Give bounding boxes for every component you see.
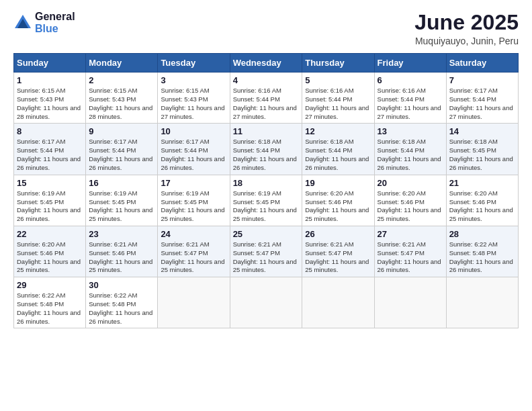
calendar-cell: 28Sunrise: 6:22 AM Sunset: 5:48 PM Dayli… — [446, 226, 518, 277]
day-number: 12 — [305, 126, 371, 136]
day-number: 16 — [89, 178, 154, 188]
calendar-cell: 4Sunrise: 6:16 AM Sunset: 5:44 PM Daylig… — [230, 73, 302, 124]
day-number: 2 — [89, 75, 154, 85]
day-info: Sunrise: 6:20 AM Sunset: 5:46 PM Dayligh… — [305, 189, 371, 224]
day-number: 26 — [305, 229, 371, 239]
day-info: Sunrise: 6:17 AM Sunset: 5:44 PM Dayligh… — [161, 138, 226, 172]
header: General Blue June 2025 Muquiyauyo, Junin… — [13, 11, 519, 46]
calendar-title: June 2025 — [414, 11, 519, 34]
day-info: Sunrise: 6:20 AM Sunset: 5:46 PM Dayligh… — [378, 189, 443, 224]
calendar-cell: 30Sunrise: 6:22 AM Sunset: 5:48 PM Dayli… — [86, 277, 158, 328]
day-info: Sunrise: 6:19 AM Sunset: 5:45 PM Dayligh… — [233, 189, 300, 224]
header-day-tuesday: Tuesday — [158, 54, 230, 73]
day-info: Sunrise: 6:16 AM Sunset: 5:44 PM Dayligh… — [305, 87, 371, 121]
day-info: Sunrise: 6:18 AM Sunset: 5:44 PM Dayligh… — [233, 138, 300, 172]
calendar-cell: 18Sunrise: 6:19 AM Sunset: 5:45 PM Dayli… — [230, 175, 302, 226]
day-info: Sunrise: 6:20 AM Sunset: 5:46 PM Dayligh… — [449, 189, 515, 224]
day-number: 7 — [449, 75, 515, 85]
day-number: 13 — [378, 126, 443, 136]
day-info: Sunrise: 6:18 AM Sunset: 5:45 PM Dayligh… — [449, 138, 515, 172]
day-number: 9 — [89, 126, 154, 136]
calendar-cell — [302, 277, 374, 328]
calendar-cell — [230, 277, 302, 328]
calendar-week-row: 22Sunrise: 6:20 AM Sunset: 5:46 PM Dayli… — [14, 226, 519, 277]
calendar-subtitle: Muquiyauyo, Junin, Peru — [414, 36, 519, 46]
day-info: Sunrise: 6:21 AM Sunset: 5:47 PM Dayligh… — [233, 240, 300, 275]
day-number: 3 — [161, 75, 226, 85]
calendar-cell: 11Sunrise: 6:18 AM Sunset: 5:44 PM Dayli… — [230, 124, 302, 175]
logo-general: General — [35, 11, 75, 22]
day-number: 18 — [233, 178, 300, 188]
page: General Blue June 2025 Muquiyauyo, Junin… — [0, 0, 532, 411]
title-block: June 2025 Muquiyauyo, Junin, Peru — [414, 11, 519, 46]
day-number: 25 — [233, 229, 300, 239]
calendar-cell — [374, 277, 446, 328]
calendar-cell: 23Sunrise: 6:21 AM Sunset: 5:46 PM Dayli… — [86, 226, 158, 277]
day-info: Sunrise: 6:17 AM Sunset: 5:44 PM Dayligh… — [89, 138, 154, 172]
calendar-week-row: 8Sunrise: 6:17 AM Sunset: 5:44 PM Daylig… — [14, 124, 519, 175]
calendar-cell: 10Sunrise: 6:17 AM Sunset: 5:44 PM Dayli… — [158, 124, 230, 175]
day-info: Sunrise: 6:18 AM Sunset: 5:44 PM Dayligh… — [378, 138, 443, 172]
calendar-cell: 27Sunrise: 6:21 AM Sunset: 5:47 PM Dayli… — [374, 226, 446, 277]
day-info: Sunrise: 6:20 AM Sunset: 5:46 PM Dayligh… — [17, 240, 83, 275]
day-info: Sunrise: 6:16 AM Sunset: 5:44 PM Dayligh… — [233, 87, 300, 121]
day-number: 11 — [233, 126, 300, 136]
calendar-week-row: 1Sunrise: 6:15 AM Sunset: 5:43 PM Daylig… — [14, 73, 519, 124]
day-info: Sunrise: 6:21 AM Sunset: 5:47 PM Dayligh… — [305, 240, 371, 275]
day-info: Sunrise: 6:17 AM Sunset: 5:44 PM Dayligh… — [449, 87, 515, 121]
calendar-cell: 24Sunrise: 6:21 AM Sunset: 5:47 PM Dayli… — [158, 226, 230, 277]
day-info: Sunrise: 6:22 AM Sunset: 5:48 PM Dayligh… — [89, 291, 154, 326]
day-info: Sunrise: 6:21 AM Sunset: 5:47 PM Dayligh… — [378, 240, 443, 275]
day-info: Sunrise: 6:15 AM Sunset: 5:43 PM Dayligh… — [17, 87, 83, 121]
calendar-cell: 12Sunrise: 6:18 AM Sunset: 5:44 PM Dayli… — [302, 124, 374, 175]
calendar-cell — [446, 277, 518, 328]
calendar-cell: 14Sunrise: 6:18 AM Sunset: 5:45 PM Dayli… — [446, 124, 518, 175]
calendar-table: SundayMondayTuesdayWednesdayThursdayFrid… — [13, 53, 519, 328]
day-info: Sunrise: 6:22 AM Sunset: 5:48 PM Dayligh… — [449, 240, 515, 275]
calendar-cell: 5Sunrise: 6:16 AM Sunset: 5:44 PM Daylig… — [302, 73, 374, 124]
calendar-cell: 19Sunrise: 6:20 AM Sunset: 5:46 PM Dayli… — [302, 175, 374, 226]
day-number: 21 — [449, 178, 515, 188]
calendar-header-row: SundayMondayTuesdayWednesdayThursdayFrid… — [14, 54, 519, 73]
day-number: 17 — [161, 178, 226, 188]
day-number: 20 — [378, 178, 443, 188]
day-number: 29 — [17, 280, 83, 290]
calendar-cell: 9Sunrise: 6:17 AM Sunset: 5:44 PM Daylig… — [86, 124, 158, 175]
header-day-saturday: Saturday — [446, 54, 518, 73]
calendar-cell: 7Sunrise: 6:17 AM Sunset: 5:44 PM Daylig… — [446, 73, 518, 124]
day-number: 10 — [161, 126, 226, 136]
calendar-cell: 1Sunrise: 6:15 AM Sunset: 5:43 PM Daylig… — [14, 73, 86, 124]
day-info: Sunrise: 6:19 AM Sunset: 5:45 PM Dayligh… — [17, 189, 83, 224]
day-info: Sunrise: 6:21 AM Sunset: 5:46 PM Dayligh… — [89, 240, 154, 275]
day-info: Sunrise: 6:19 AM Sunset: 5:45 PM Dayligh… — [89, 189, 154, 224]
logo-text: General Blue — [35, 11, 75, 34]
calendar-cell: 15Sunrise: 6:19 AM Sunset: 5:45 PM Dayli… — [14, 175, 86, 226]
logo: General Blue — [13, 11, 75, 34]
day-number: 27 — [378, 229, 443, 239]
day-number: 6 — [378, 75, 443, 85]
calendar-cell: 16Sunrise: 6:19 AM Sunset: 5:45 PM Dayli… — [86, 175, 158, 226]
calendar-cell: 26Sunrise: 6:21 AM Sunset: 5:47 PM Dayli… — [302, 226, 374, 277]
day-number: 14 — [449, 126, 515, 136]
calendar-week-row: 29Sunrise: 6:22 AM Sunset: 5:48 PM Dayli… — [14, 277, 519, 328]
day-info: Sunrise: 6:22 AM Sunset: 5:48 PM Dayligh… — [17, 291, 83, 326]
day-number: 15 — [17, 178, 83, 188]
calendar-cell: 8Sunrise: 6:17 AM Sunset: 5:44 PM Daylig… — [14, 124, 86, 175]
calendar-cell — [158, 277, 230, 328]
header-day-wednesday: Wednesday — [230, 54, 302, 73]
calendar-cell: 22Sunrise: 6:20 AM Sunset: 5:46 PM Dayli… — [14, 226, 86, 277]
day-number: 8 — [17, 126, 83, 136]
calendar-cell: 20Sunrise: 6:20 AM Sunset: 5:46 PM Dayli… — [374, 175, 446, 226]
calendar-cell: 3Sunrise: 6:15 AM Sunset: 5:43 PM Daylig… — [158, 73, 230, 124]
calendar-cell: 25Sunrise: 6:21 AM Sunset: 5:47 PM Dayli… — [230, 226, 302, 277]
day-info: Sunrise: 6:15 AM Sunset: 5:43 PM Dayligh… — [161, 87, 226, 121]
header-day-thursday: Thursday — [302, 54, 374, 73]
calendar-cell: 21Sunrise: 6:20 AM Sunset: 5:46 PM Dayli… — [446, 175, 518, 226]
header-day-friday: Friday — [374, 54, 446, 73]
day-info: Sunrise: 6:17 AM Sunset: 5:44 PM Dayligh… — [17, 138, 83, 172]
day-number: 4 — [233, 75, 300, 85]
calendar-cell: 29Sunrise: 6:22 AM Sunset: 5:48 PM Dayli… — [14, 277, 86, 328]
day-info: Sunrise: 6:18 AM Sunset: 5:44 PM Dayligh… — [305, 138, 371, 172]
day-number: 30 — [89, 280, 154, 290]
calendar-cell: 6Sunrise: 6:16 AM Sunset: 5:44 PM Daylig… — [374, 73, 446, 124]
